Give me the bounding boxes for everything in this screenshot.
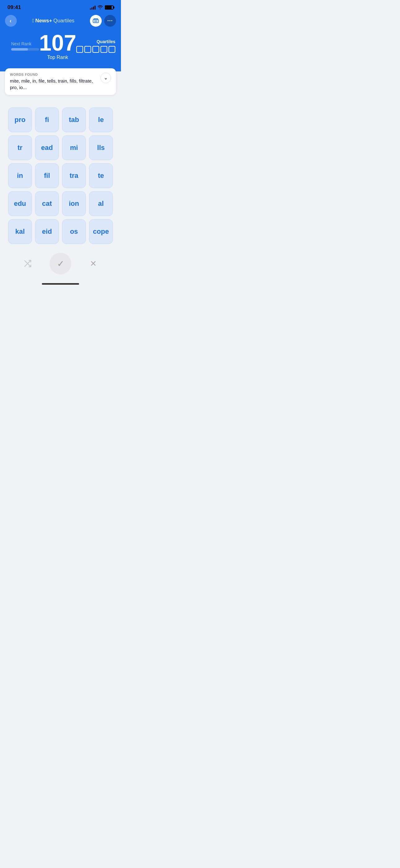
quartile-tile-4 [100,46,107,53]
game-area: profitabletreadmillsinfiltrateeducationa… [0,98,121,244]
status-time: 09:41 [7,4,21,10]
chevron-down-icon: ⌄ [104,75,108,81]
tile-text-al: al [98,199,104,208]
next-rank-progress-bar [11,48,39,51]
rank-section: Next Rank 107 Top Rank Quartiles [5,32,116,65]
tile-text-tab: tab [69,116,79,124]
checkmark-icon: ✓ [57,258,64,269]
words-found-content: WORDS FOUND mite, mile, in, file, tells,… [10,73,97,91]
signal-icon [90,5,96,10]
quartiles-header-label: Quartiles [76,39,115,44]
tile-os[interactable]: os [62,219,86,244]
tile-mi[interactable]: mi [62,135,86,160]
next-rank-col: Next Rank [11,41,39,51]
tile-grid: profitabletreadmillsinfiltrateeducationa… [5,107,116,244]
tile-text-kal: kal [15,227,25,236]
tile-text-edu: edu [14,199,26,208]
tile-text-in: in [17,172,23,180]
status-bar: 09:41 [0,0,121,12]
quartile-tile-2 [84,46,91,53]
tile-text-te: te [98,172,104,180]
rank-center: 107 Top Rank [39,32,76,60]
status-icons [90,5,113,10]
wifi-icon [97,5,103,10]
tile-cope[interactable]: cope [89,219,113,244]
scoreboard-button[interactable] [90,15,102,27]
svg-rect-1 [94,19,98,20]
tile-lls[interactable]: lls [89,135,113,160]
quartiles-col: Quartiles [76,39,115,53]
tile-text-eid: eid [42,227,52,236]
quartiles-label: Quartiles [53,18,74,24]
more-dots-icon: ··· [107,18,113,24]
words-found-text: mite, mile, in, file, tells, train, fill… [10,78,97,91]
tile-text-tr: tr [18,144,23,152]
tile-fil[interactable]: fil [35,163,59,188]
quartile-tile-5 [108,46,115,53]
expand-words-button[interactable]: ⌄ [100,73,111,83]
tile-text-le: le [98,116,104,124]
quartile-tile-3 [92,46,99,53]
shuffle-button[interactable] [19,255,36,272]
header: ‹  News+ Quartiles ··· Ne [0,12,121,71]
home-indicator [0,281,121,290]
tile-eid[interactable]: eid [35,219,59,244]
home-bar [42,283,79,285]
words-found-label: WORDS FOUND [10,73,97,76]
tile-al[interactable]: al [89,191,113,216]
tile-kal[interactable]: kal [8,219,32,244]
next-rank-label: Next Rank [11,41,31,46]
back-arrow-icon: ‹ [10,18,11,24]
tile-text-cope: cope [93,227,109,236]
tile-ion[interactable]: ion [62,191,86,216]
tile-in[interactable]: in [8,163,32,188]
x-icon: ✕ [90,259,97,269]
more-button[interactable]: ··· [104,15,116,27]
tile-text-os: os [70,227,78,236]
header-nav: ‹  News+ Quartiles ··· [5,15,116,27]
tile-edu[interactable]: edu [8,191,32,216]
shuffle-icon [23,259,32,268]
words-found-card: WORDS FOUND mite, mile, in, file, tells,… [5,68,116,95]
tile-text-lls: lls [97,144,104,152]
header-actions: ··· [90,15,116,27]
tile-text-cat: cat [42,199,52,208]
bottom-controls: ✓ ✕ [0,244,121,281]
tile-le[interactable]: le [89,107,113,132]
battery-icon [105,5,113,10]
apple-logo-icon:  [32,18,34,24]
tile-text-fil: fil [44,172,50,180]
tile-pro[interactable]: pro [8,107,32,132]
tile-text-mi: mi [70,144,78,152]
scoreboard-icon [93,18,99,23]
tile-tra[interactable]: tra [62,163,86,188]
clear-button[interactable]: ✕ [85,255,102,272]
next-rank-fill [11,48,28,51]
tile-cat[interactable]: cat [35,191,59,216]
rank-sublabel: Top Rank [39,55,76,60]
tile-text-fi: fi [45,116,49,124]
tile-fi[interactable]: fi [35,107,59,132]
tile-text-ead: ead [41,144,53,152]
submit-button[interactable]: ✓ [49,253,71,274]
quartile-tile-1 [76,46,83,53]
tile-ead[interactable]: ead [35,135,59,160]
tile-tr[interactable]: tr [8,135,32,160]
tile-te[interactable]: te [89,163,113,188]
back-button[interactable]: ‹ [5,15,17,27]
quartile-tiles [76,46,115,53]
tile-tab[interactable]: tab [62,107,86,132]
app-title:  News+ Quartiles [32,18,74,24]
tile-text-pro: pro [14,116,26,124]
tile-text-ion: ion [69,199,79,208]
tile-text-tra: tra [69,172,78,180]
rank-number: 107 [39,32,76,54]
newsplus-label: News+ [35,18,52,24]
